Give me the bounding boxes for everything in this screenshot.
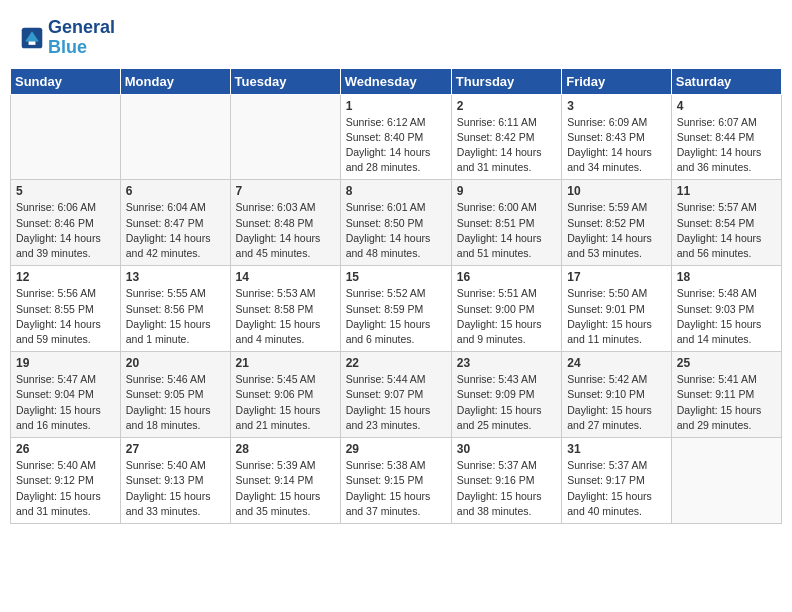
calendar-cell: 23Sunrise: 5:43 AMSunset: 9:09 PMDayligh…: [451, 352, 561, 438]
cell-content: Sunrise: 5:44 AMSunset: 9:07 PMDaylight:…: [346, 372, 446, 433]
calendar-cell: 25Sunrise: 5:41 AMSunset: 9:11 PMDayligh…: [671, 352, 781, 438]
calendar-cell: 27Sunrise: 5:40 AMSunset: 9:13 PMDayligh…: [120, 438, 230, 524]
cell-content: Sunrise: 6:01 AMSunset: 8:50 PMDaylight:…: [346, 200, 446, 261]
calendar-cell: 5Sunrise: 6:06 AMSunset: 8:46 PMDaylight…: [11, 180, 121, 266]
calendar-week-5: 26Sunrise: 5:40 AMSunset: 9:12 PMDayligh…: [11, 438, 782, 524]
page-header: General Blue: [10, 10, 782, 62]
day-number: 26: [16, 442, 115, 456]
calendar-cell: [11, 94, 121, 180]
day-number: 1: [346, 99, 446, 113]
calendar-cell: 15Sunrise: 5:52 AMSunset: 8:59 PMDayligh…: [340, 266, 451, 352]
cell-content: Sunrise: 5:37 AMSunset: 9:16 PMDaylight:…: [457, 458, 556, 519]
cell-content: Sunrise: 5:42 AMSunset: 9:10 PMDaylight:…: [567, 372, 666, 433]
day-number: 23: [457, 356, 556, 370]
calendar-week-2: 5Sunrise: 6:06 AMSunset: 8:46 PMDaylight…: [11, 180, 782, 266]
cell-content: Sunrise: 5:41 AMSunset: 9:11 PMDaylight:…: [677, 372, 776, 433]
day-number: 12: [16, 270, 115, 284]
cell-content: Sunrise: 5:40 AMSunset: 9:12 PMDaylight:…: [16, 458, 115, 519]
calendar-cell: 21Sunrise: 5:45 AMSunset: 9:06 PMDayligh…: [230, 352, 340, 438]
day-number: 24: [567, 356, 666, 370]
day-number: 9: [457, 184, 556, 198]
day-number: 8: [346, 184, 446, 198]
cell-content: Sunrise: 5:45 AMSunset: 9:06 PMDaylight:…: [236, 372, 335, 433]
calendar-cell: 30Sunrise: 5:37 AMSunset: 9:16 PMDayligh…: [451, 438, 561, 524]
calendar-cell: [230, 94, 340, 180]
calendar-cell: 22Sunrise: 5:44 AMSunset: 9:07 PMDayligh…: [340, 352, 451, 438]
calendar-cell: 24Sunrise: 5:42 AMSunset: 9:10 PMDayligh…: [562, 352, 672, 438]
cell-content: Sunrise: 5:50 AMSunset: 9:01 PMDaylight:…: [567, 286, 666, 347]
weekday-header-saturday: Saturday: [671, 68, 781, 94]
day-number: 28: [236, 442, 335, 456]
calendar-cell: 18Sunrise: 5:48 AMSunset: 9:03 PMDayligh…: [671, 266, 781, 352]
calendar-cell: [120, 94, 230, 180]
calendar-week-3: 12Sunrise: 5:56 AMSunset: 8:55 PMDayligh…: [11, 266, 782, 352]
cell-content: Sunrise: 5:53 AMSunset: 8:58 PMDaylight:…: [236, 286, 335, 347]
weekday-header-monday: Monday: [120, 68, 230, 94]
cell-content: Sunrise: 6:09 AMSunset: 8:43 PMDaylight:…: [567, 115, 666, 176]
day-number: 30: [457, 442, 556, 456]
weekday-header-row: SundayMondayTuesdayWednesdayThursdayFrid…: [11, 68, 782, 94]
day-number: 6: [126, 184, 225, 198]
day-number: 3: [567, 99, 666, 113]
cell-content: Sunrise: 5:59 AMSunset: 8:52 PMDaylight:…: [567, 200, 666, 261]
calendar-week-4: 19Sunrise: 5:47 AMSunset: 9:04 PMDayligh…: [11, 352, 782, 438]
calendar-week-1: 1Sunrise: 6:12 AMSunset: 8:40 PMDaylight…: [11, 94, 782, 180]
cell-content: Sunrise: 5:47 AMSunset: 9:04 PMDaylight:…: [16, 372, 115, 433]
calendar-cell: 12Sunrise: 5:56 AMSunset: 8:55 PMDayligh…: [11, 266, 121, 352]
day-number: 14: [236, 270, 335, 284]
calendar-cell: 8Sunrise: 6:01 AMSunset: 8:50 PMDaylight…: [340, 180, 451, 266]
logo: General Blue: [20, 18, 115, 58]
calendar-cell: 1Sunrise: 6:12 AMSunset: 8:40 PMDaylight…: [340, 94, 451, 180]
calendar-cell: 19Sunrise: 5:47 AMSunset: 9:04 PMDayligh…: [11, 352, 121, 438]
calendar-cell: 14Sunrise: 5:53 AMSunset: 8:58 PMDayligh…: [230, 266, 340, 352]
calendar-cell: 10Sunrise: 5:59 AMSunset: 8:52 PMDayligh…: [562, 180, 672, 266]
day-number: 13: [126, 270, 225, 284]
calendar-cell: 17Sunrise: 5:50 AMSunset: 9:01 PMDayligh…: [562, 266, 672, 352]
svg-rect-2: [29, 41, 36, 44]
cell-content: Sunrise: 5:38 AMSunset: 9:15 PMDaylight:…: [346, 458, 446, 519]
cell-content: Sunrise: 5:56 AMSunset: 8:55 PMDaylight:…: [16, 286, 115, 347]
calendar-cell: 29Sunrise: 5:38 AMSunset: 9:15 PMDayligh…: [340, 438, 451, 524]
calendar-cell: 3Sunrise: 6:09 AMSunset: 8:43 PMDaylight…: [562, 94, 672, 180]
logo-icon: [20, 26, 44, 50]
day-number: 17: [567, 270, 666, 284]
day-number: 16: [457, 270, 556, 284]
cell-content: Sunrise: 6:00 AMSunset: 8:51 PMDaylight:…: [457, 200, 556, 261]
day-number: 20: [126, 356, 225, 370]
cell-content: Sunrise: 5:37 AMSunset: 9:17 PMDaylight:…: [567, 458, 666, 519]
calendar-cell: 9Sunrise: 6:00 AMSunset: 8:51 PMDaylight…: [451, 180, 561, 266]
calendar-cell: 31Sunrise: 5:37 AMSunset: 9:17 PMDayligh…: [562, 438, 672, 524]
cell-content: Sunrise: 6:06 AMSunset: 8:46 PMDaylight:…: [16, 200, 115, 261]
weekday-header-tuesday: Tuesday: [230, 68, 340, 94]
calendar-cell: 4Sunrise: 6:07 AMSunset: 8:44 PMDaylight…: [671, 94, 781, 180]
cell-content: Sunrise: 5:51 AMSunset: 9:00 PMDaylight:…: [457, 286, 556, 347]
day-number: 10: [567, 184, 666, 198]
cell-content: Sunrise: 5:46 AMSunset: 9:05 PMDaylight:…: [126, 372, 225, 433]
day-number: 19: [16, 356, 115, 370]
calendar-cell: 6Sunrise: 6:04 AMSunset: 8:47 PMDaylight…: [120, 180, 230, 266]
calendar-table: SundayMondayTuesdayWednesdayThursdayFrid…: [10, 68, 782, 524]
cell-content: Sunrise: 5:43 AMSunset: 9:09 PMDaylight:…: [457, 372, 556, 433]
cell-content: Sunrise: 6:11 AMSunset: 8:42 PMDaylight:…: [457, 115, 556, 176]
cell-content: Sunrise: 6:12 AMSunset: 8:40 PMDaylight:…: [346, 115, 446, 176]
weekday-header-sunday: Sunday: [11, 68, 121, 94]
cell-content: Sunrise: 5:55 AMSunset: 8:56 PMDaylight:…: [126, 286, 225, 347]
day-number: 11: [677, 184, 776, 198]
cell-content: Sunrise: 6:03 AMSunset: 8:48 PMDaylight:…: [236, 200, 335, 261]
day-number: 4: [677, 99, 776, 113]
calendar-cell: 26Sunrise: 5:40 AMSunset: 9:12 PMDayligh…: [11, 438, 121, 524]
calendar-cell: 2Sunrise: 6:11 AMSunset: 8:42 PMDaylight…: [451, 94, 561, 180]
calendar-cell: 7Sunrise: 6:03 AMSunset: 8:48 PMDaylight…: [230, 180, 340, 266]
day-number: 29: [346, 442, 446, 456]
cell-content: Sunrise: 6:07 AMSunset: 8:44 PMDaylight:…: [677, 115, 776, 176]
day-number: 27: [126, 442, 225, 456]
calendar-cell: 20Sunrise: 5:46 AMSunset: 9:05 PMDayligh…: [120, 352, 230, 438]
day-number: 22: [346, 356, 446, 370]
cell-content: Sunrise: 5:39 AMSunset: 9:14 PMDaylight:…: [236, 458, 335, 519]
cell-content: Sunrise: 5:48 AMSunset: 9:03 PMDaylight:…: [677, 286, 776, 347]
cell-content: Sunrise: 5:57 AMSunset: 8:54 PMDaylight:…: [677, 200, 776, 261]
calendar-cell: 16Sunrise: 5:51 AMSunset: 9:00 PMDayligh…: [451, 266, 561, 352]
weekday-header-friday: Friday: [562, 68, 672, 94]
calendar-cell: 28Sunrise: 5:39 AMSunset: 9:14 PMDayligh…: [230, 438, 340, 524]
day-number: 15: [346, 270, 446, 284]
